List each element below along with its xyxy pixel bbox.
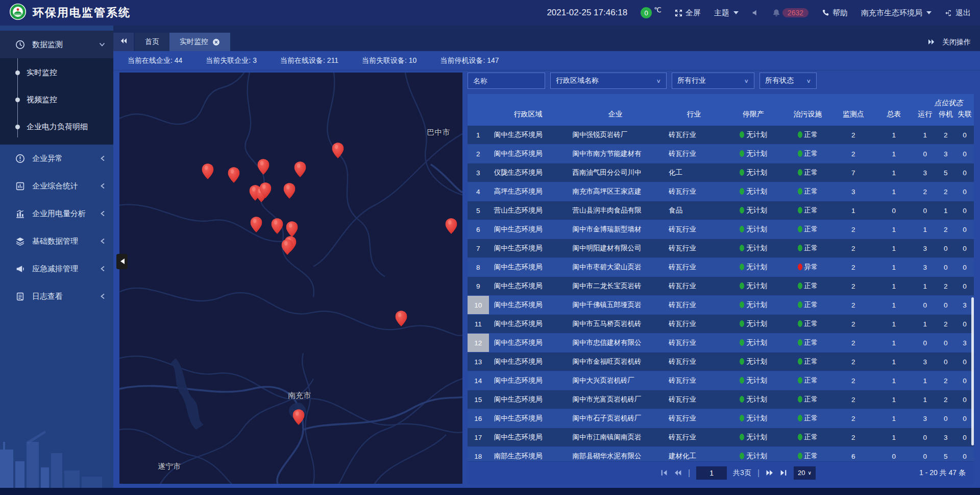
table-row[interactable]: 8阆中生态环境局阆中市枣碧大梁山页岩砖瓦行业无计划异常21300 [468, 258, 974, 277]
app-logo-icon [9, 3, 27, 22]
notifications-button[interactable]: 2632 [772, 8, 808, 17]
table-row[interactable]: 7阆中生态环境局阆中明阳建材有限公司砖瓦行业无计划正常21300 [468, 239, 974, 258]
theme-dropdown[interactable]: 主题 [714, 8, 739, 18]
table-row[interactable]: 5营山生态环境局营山县润丰肉食品有限食品无计划正常10010 [468, 201, 974, 220]
cell-company: 阆中大兴页岩机砖厂 [567, 376, 663, 385]
map-pin-icon[interactable] [284, 183, 296, 199]
status-dot-green [740, 453, 744, 459]
sidebar-item-1[interactable]: 企业异常 [0, 145, 113, 172]
table-row[interactable]: 17阆中生态环境局阆中市江南镇阆南页岩砖瓦行业无计划正常21030 [468, 428, 974, 447]
cell-industry: 砖瓦行业 [664, 338, 724, 347]
sidebar-item-5[interactable]: 应急减排管理 [0, 255, 113, 282]
map-pin-icon[interactable] [259, 182, 271, 198]
cell-stop: 0 [936, 245, 956, 252]
close-operations-button[interactable]: 关闭操作 [942, 38, 971, 47]
help-button[interactable]: 帮助 [822, 8, 848, 18]
sidebar-item-2[interactable]: 企业综合统计 [0, 172, 113, 200]
sound-toggle[interactable] [752, 9, 759, 16]
table-row[interactable]: 11阆中生态环境局阆中市五马桥页岩机砖砖瓦行业无计划正常21120 [468, 315, 974, 334]
map-pin-icon[interactable] [286, 221, 298, 237]
table-row[interactable]: 12阆中生态环境局阆中市忠信建材有限公砖瓦行业无计划正常21003 [468, 334, 974, 352]
map-pin-icon[interactable] [292, 409, 304, 425]
status-dot-green [798, 226, 802, 232]
user-dropdown[interactable]: 南充市生态环境局 [861, 8, 932, 18]
industry-filter-select[interactable]: 所有行业 ∨ [672, 73, 754, 89]
cell-stop: 0 [936, 415, 956, 422]
sidebar-subitem[interactable]: 实时监控 [0, 59, 113, 86]
table-row[interactable]: 9阆中生态环境局阆中市二龙长宝页岩砖砖瓦行业无计划正常21120 [468, 277, 974, 296]
status-dot-green [798, 396, 802, 403]
cell-company: 阆中千佛镇五郎垭页岩 [567, 300, 663, 310]
sidebar-item-3[interactable]: 企业用电量分析 [0, 200, 113, 227]
sidebar-subitem[interactable]: 视频监控 [0, 86, 113, 113]
cell-offline: 0 [955, 245, 974, 252]
cell-region: 阆中生态环境局 [489, 130, 568, 139]
cell-production: 无计划 [724, 338, 782, 347]
map-pin-icon[interactable] [272, 218, 283, 234]
cell-meter: 1 [874, 339, 914, 347]
cell-stop: 0 [936, 264, 956, 271]
tabs-scroll-left-button[interactable] [113, 33, 134, 51]
fullscreen-icon [675, 9, 682, 17]
sidebar-item-6[interactable]: 日志查看 [0, 282, 113, 310]
next-page-button[interactable] [766, 469, 774, 477]
tab-home[interactable]: 首页 [135, 33, 169, 51]
cell-industry: 砖瓦行业 [664, 281, 724, 291]
cell-meter: 0 [874, 207, 914, 215]
sidebar-subitem[interactable]: 企业电力负荷明细 [0, 113, 113, 140]
pagination-bar: | 共3页 | 20 [468, 461, 974, 484]
map-panel[interactable]: 巴中市南充市遂宁市 [119, 73, 462, 484]
cell-production: 无计划 [724, 357, 782, 366]
name-filter-input[interactable] [473, 77, 540, 85]
cell-industry: 建材化工 [664, 452, 724, 461]
table-scrollbar[interactable] [971, 297, 974, 445]
tab-realtime-monitor[interactable]: 实时监控 [169, 33, 230, 51]
tab-close-icon[interactable] [212, 38, 220, 46]
cell-monitor: 2 [833, 377, 873, 385]
cell-industry: 砖瓦行业 [664, 414, 724, 423]
status-dot-green [798, 301, 802, 308]
map-pin-icon[interactable] [295, 161, 306, 177]
first-page-button[interactable] [660, 469, 668, 477]
table-row[interactable]: 16阆中生态环境局阆中市石子页岩机砖厂砖瓦行业无计划正常21300 [468, 409, 974, 428]
region-filter-select[interactable]: 行政区域名称 ∨ [550, 73, 667, 89]
sidebar-item-4[interactable]: 基础数据管理 [0, 227, 113, 255]
map-collapse-button[interactable] [116, 254, 128, 269]
status-dot-green [740, 358, 744, 365]
table-row[interactable]: 6阆中生态环境局阆中市金博瑞新型墙材砖瓦行业无计划正常21120 [468, 220, 974, 239]
fullscreen-button[interactable]: 全屏 [675, 8, 701, 18]
map-pin-icon[interactable] [228, 167, 240, 183]
cell-region: 阆中生态环境局 [489, 263, 568, 272]
page-number-input[interactable] [696, 466, 727, 480]
table-row[interactable]: 1阆中生态环境局阆中强锐页岩砖厂砖瓦行业无计划正常21120 [468, 126, 974, 145]
map-pin-icon[interactable] [257, 159, 269, 175]
table-row[interactable]: 14阆中生态环境局阆中大兴页岩机砖厂砖瓦行业无计划正常21120 [468, 371, 974, 390]
cell-offline: 0 [955, 150, 974, 158]
sidebar-item-label: 数据监测 [32, 40, 92, 50]
page-size-select[interactable]: 20 ∨ [794, 466, 816, 480]
map-pin-icon[interactable] [251, 217, 262, 232]
last-page-button[interactable] [780, 469, 788, 477]
status-dot-green [740, 245, 744, 251]
prev-page-button[interactable] [674, 469, 682, 477]
map-pin-icon[interactable] [332, 143, 344, 158]
map-pin-icon[interactable] [202, 163, 213, 179]
cell-company: 阆中市光富页岩机砖厂 [567, 395, 663, 404]
column-header-meter: 总表 [874, 101, 914, 119]
status-filter-select[interactable]: 所有状态 ∨ [760, 73, 817, 89]
sidebar-item-0[interactable]: 数据监测 [0, 31, 113, 58]
cell-industry: 砖瓦行业 [664, 149, 724, 158]
cell-monitor: 2 [833, 282, 873, 290]
table-row[interactable]: 3仪陇生态环境局西南油气田分公司川中化工无计划正常71350 [468, 163, 974, 182]
table-row[interactable]: 13阆中生态环境局阆中市金福旺页岩机砖砖瓦行业无计划正常21300 [468, 352, 974, 371]
table-row[interactable]: 18南部生态环境局南部县砌华水泥有限公建材化工无计划正常60050 [468, 447, 974, 461]
table-row[interactable]: 2阆中生态环境局阆中市南方节能建材有砖瓦行业无计划正常21030 [468, 145, 974, 163]
tabs-scroll-right-button[interactable] [928, 38, 935, 47]
logout-button[interactable]: 退出 [945, 8, 971, 18]
table-row[interactable]: 10阆中生态环境局阆中千佛镇五郎垭页岩砖瓦行业无计划正常21003 [468, 296, 974, 315]
map-pin-icon[interactable] [395, 311, 407, 326]
map-pin-icon[interactable] [282, 239, 293, 255]
map-pin-icon[interactable] [446, 218, 457, 234]
table-row[interactable]: 4高坪生态环境局南充市高坪区王家店建砖瓦行业无计划正常31220 [468, 182, 974, 201]
table-row[interactable]: 15阆中生态环境局阆中市光富页岩机砖厂砖瓦行业无计划正常21120 [468, 390, 974, 409]
